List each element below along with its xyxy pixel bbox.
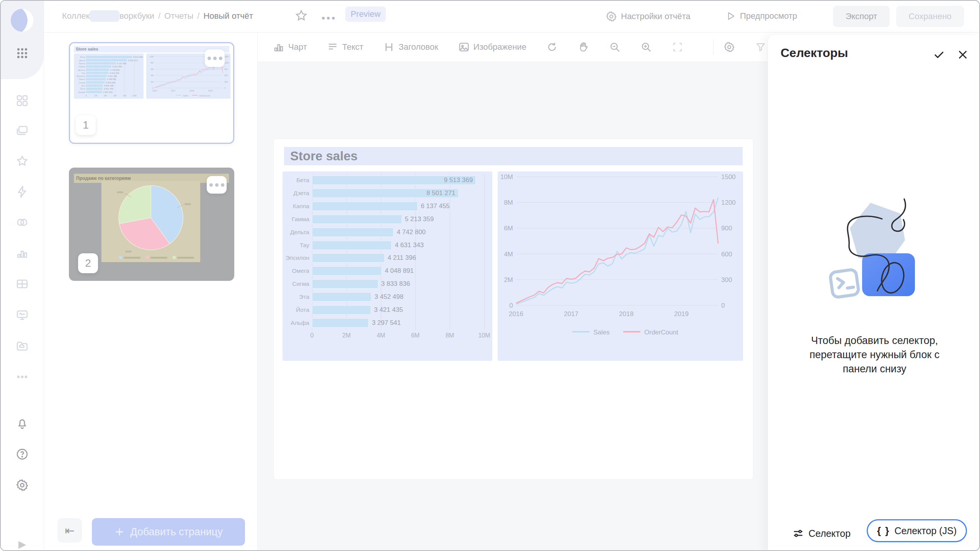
add-page-button[interactable]: Добавить страницу [92,518,245,546]
breadcrumb-blurred-name [90,10,119,22]
bar-value-label: 4 048 891 [385,267,414,275]
bar-category-label: Бета [283,177,309,184]
svg-text:4M: 4M [151,74,154,77]
breadcrumb-current: Новый отчёт [203,11,253,21]
page2-number-badge[interactable]: 2 [78,253,98,273]
canvas-toolbar: Чарт Текст Заголовок Изображение [258,33,768,62]
add-selector-js-button[interactable]: { } Селектор (JS) [867,519,967,542]
nav-connections-icon[interactable] [1,182,44,201]
report-title-widget[interactable]: Store sales [284,147,743,165]
bar-value-label: 3 452 498 [374,293,403,301]
zoom-in-icon[interactable] [640,41,652,53]
nav-storage-icon[interactable] [1,337,44,356]
svg-text:1200: 1200 [721,199,736,206]
apply-check-icon[interactable] [933,48,946,61]
page1-number-badge[interactable]: 1 [76,115,96,135]
preview-button[interactable]: Предпросмотр [725,11,797,21]
nav-editor-icon[interactable] [1,306,44,325]
svg-text:4 631 343: 4 631 343 [109,72,119,74]
add-page-label: Добавить страницу [130,526,223,538]
favorite-star-icon[interactable] [295,9,308,22]
saved-button: Сохранено [896,6,964,27]
page-thumbnail-2[interactable]: Продажи по категориям 2 [69,168,234,281]
svg-text:300: 300 [721,276,732,284]
bar-chart-widget[interactable]: Бета9 513 369Дзета8 501 271Каппа6 137 45… [283,171,492,361]
nav-collections-icon[interactable] [1,121,44,140]
add-image-button[interactable]: Изображение [458,41,527,53]
svg-text:600: 600 [224,74,228,77]
bar-axis-tick: 10M [478,332,490,339]
svg-text:8M: 8M [123,95,126,97]
report-page[interactable]: Store sales Бета9 513 369Дзета8 501 271К… [273,139,753,480]
help-icon[interactable] [1,445,44,464]
svg-text:Омега: Омега [79,78,85,80]
add-text-button[interactable]: Текст [327,41,363,53]
bar-category-label: Эта [283,293,309,300]
breadcrumb-workbook[interactable]: воркбуки [119,11,154,21]
apps-grid-icon[interactable] [1,44,44,63]
breadcrumb-collection[interactable]: Коллек [62,11,90,21]
svg-text:Альфа: Альфа [78,91,85,93]
svg-text:6M: 6M [114,95,117,97]
more-menu-icon[interactable]: ••• [322,12,336,24]
datalens-logo[interactable] [1,11,44,30]
preview-button-label: Предпросмотр [740,11,797,21]
report-settings-button[interactable]: Настройки отчёта [606,11,691,22]
svg-text:900: 900 [721,225,732,232]
page2-menu-button[interactable] [207,176,227,194]
collapse-pages-panel-button[interactable]: ⇤ [57,518,82,543]
zoom-out-icon[interactable] [609,41,621,53]
line-chart-widget[interactable]: 10M15008M12006M9004M6002M300002016201720… [498,171,743,361]
report-canvas: Чарт Текст Заголовок Изображение [258,33,768,551]
svg-text:300: 300 [224,81,228,83]
canvas-settings-gear-icon[interactable] [724,41,735,53]
svg-text:3 297 541: 3 297 541 [103,91,113,93]
bar [312,215,402,224]
bar-category-label: Эпсилон [283,254,309,261]
nav-charts-icon[interactable] [1,243,44,262]
expand-rail-icon[interactable]: ▶ [1,535,44,551]
svg-text:10M: 10M [500,173,513,181]
nav-more-icon[interactable] [1,367,44,386]
svg-text:Эпсилон: Эпсилон [77,75,85,77]
gear-icon [606,11,617,22]
nav-datasets-icon[interactable] [1,213,44,232]
nav-tables-icon[interactable] [1,274,44,293]
bar-category-label: Дельта [283,229,309,236]
svg-text:10M: 10M [150,55,154,58]
svg-text:6 137 455: 6 137 455 [117,62,126,65]
page-thumbnail-1[interactable]: Store sales Бета9 513 369Дзета8 501 271К… [69,42,234,144]
svg-text:Sales: Sales [183,95,188,97]
svg-text:4 211 396: 4 211 396 [108,75,117,77]
page1-menu-button[interactable] [205,49,225,67]
close-icon[interactable] [956,48,969,61]
image-icon [458,41,470,53]
preview-badge: Preview [345,7,386,22]
bar [312,202,418,211]
svg-text:Каппа: Каппа [79,62,85,65]
bar-value-label: 3 833 836 [381,280,410,288]
add-selector-button[interactable]: Селектор [792,522,851,545]
settings-gear-icon[interactable] [1,476,44,495]
bar-axis-tick: 2M [342,332,351,339]
add-heading-button[interactable]: Заголовок [383,41,438,53]
nav-dashboards-icon[interactable] [1,91,44,110]
add-chart-button[interactable]: Чарт [273,41,307,53]
filters-funnel-icon[interactable] [755,41,766,53]
refresh-icon[interactable] [546,41,558,53]
breadcrumb-reports[interactable]: Отчеты [164,11,193,21]
page1-mini-bar-chart: Бета9 513 369Дзета8 501 271Каппа6 137 45… [74,54,144,99]
notifications-bell-icon[interactable] [1,414,44,433]
selectors-panel-title: Селекторы [781,46,848,60]
bar-category-label: Тау [283,242,309,249]
bar [312,279,378,289]
empty-state-illustration [813,196,939,322]
nav-favorites-icon[interactable] [1,152,44,171]
bar-value-label: 4 211 396 [388,254,416,262]
pan-hand-icon[interactable] [578,41,589,53]
export-button[interactable]: Экспорт [833,6,890,27]
svg-text:0: 0 [85,95,87,97]
bar [312,292,371,302]
svg-text:2019: 2019 [208,90,213,92]
bar-category-label: Гамма [283,216,309,223]
